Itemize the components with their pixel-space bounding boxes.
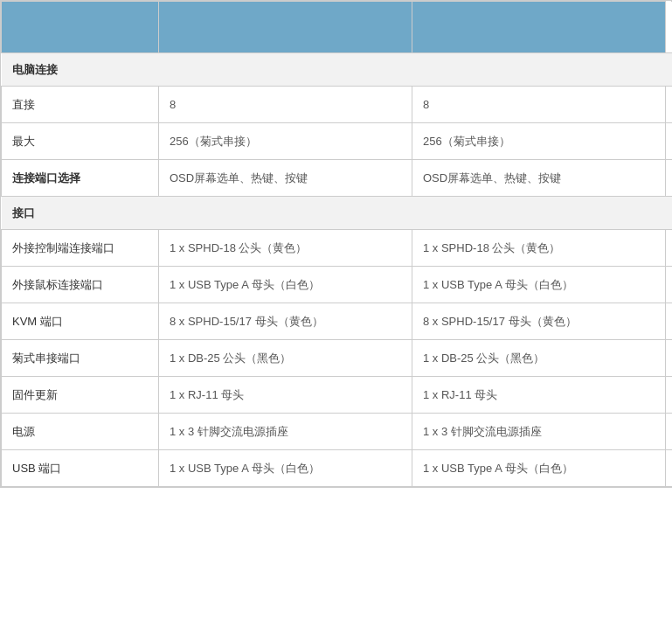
table-row: USB 端口1 x USB Type A 母头（白色）1 x USB Type …	[2, 450, 673, 487]
row-value-model1: OSD屏幕选单、热键、按键	[159, 160, 412, 197]
row-function: 直接	[2, 87, 159, 123]
table-row: 电源1 x 3 针脚交流电源插座1 x 3 针脚交流电源插座	[2, 414, 673, 450]
table-row: 连接端口选择OSD屏幕选单、热键、按键OSD屏幕选单、热键、按键	[2, 160, 673, 197]
row-empty	[666, 377, 673, 414]
row-value-model1: 8 x SPHD-15/17 母头（黄色）	[159, 303, 412, 340]
row-function: USB 端口	[2, 450, 159, 487]
row-empty	[666, 303, 673, 340]
row-empty	[666, 267, 673, 303]
table-row: 菊式串接端口1 x DB-25 公头（黑色）1 x DB-25 公头（黑色）	[2, 340, 673, 377]
row-function: 外接控制端连接端口	[2, 230, 159, 267]
row-empty	[666, 340, 673, 377]
section-header-label: 电脑连接	[2, 53, 673, 87]
row-value-model2: 1 x SPHD-18 公头（黄色）	[412, 230, 666, 267]
row-empty	[666, 230, 673, 267]
row-value-model1: 1 x 3 针脚交流电源插座	[159, 414, 412, 450]
table-row: 最大256（菊式串接）256（菊式串接）	[2, 123, 673, 160]
header-model1	[159, 2, 412, 53]
table-row: 外接鼠标连接端口1 x USB Type A 母头（白色）1 x USB Typ…	[2, 267, 673, 303]
comparison-table: 电脑连接直接88最大256（菊式串接）256（菊式串接）连接端口选择OSD屏幕选…	[0, 0, 672, 488]
row-value-model2: 1 x USB Type A 母头（白色）	[412, 450, 666, 487]
row-value-model1: 1 x DB-25 公头（黑色）	[159, 340, 412, 377]
row-empty	[666, 160, 673, 197]
row-value-model2: 1 x 3 针脚交流电源插座	[412, 414, 666, 450]
table-row: 直接88	[2, 87, 673, 123]
row-function: 最大	[2, 123, 159, 160]
row-value-model2: 256（菊式串接）	[412, 123, 666, 160]
table-row: KVM 端口8 x SPHD-15/17 母头（黄色）8 x SPHD-15/1…	[2, 303, 673, 340]
row-value-model1: 1 x SPHD-18 公头（黄色）	[159, 230, 412, 267]
row-value-model2: 8 x SPHD-15/17 母头（黄色）	[412, 303, 666, 340]
row-value-model1: 8	[159, 87, 412, 123]
row-function: 固件更新	[2, 377, 159, 414]
row-value-model2: 8	[412, 87, 666, 123]
table-row: 外接控制端连接端口1 x SPHD-18 公头（黄色）1 x SPHD-18 公…	[2, 230, 673, 267]
row-value-model2: OSD屏幕选单、热键、按键	[412, 160, 666, 197]
section-header-row: 接口	[2, 197, 673, 230]
row-empty	[666, 87, 673, 123]
row-value-model1: 256（菊式串接）	[159, 123, 412, 160]
row-function: 连接端口选择	[2, 160, 159, 197]
row-value-model1: 1 x USB Type A 母头（白色）	[159, 267, 412, 303]
row-value-model2: 1 x RJ-11 母头	[412, 377, 666, 414]
row-empty	[666, 414, 673, 450]
section-header-label: 接口	[2, 197, 673, 230]
row-function: KVM 端口	[2, 303, 159, 340]
header-function	[2, 2, 159, 53]
row-value-model1: 1 x USB Type A 母头（白色）	[159, 450, 412, 487]
row-value-model1: 1 x RJ-11 母头	[159, 377, 412, 414]
row-empty	[666, 123, 673, 160]
header-empty	[666, 2, 673, 53]
section-header-row: 电脑连接	[2, 53, 673, 87]
row-function: 菊式串接端口	[2, 340, 159, 377]
row-value-model2: 1 x USB Type A 母头（白色）	[412, 267, 666, 303]
header-model2	[412, 2, 666, 53]
row-function: 电源	[2, 414, 159, 450]
row-value-model2: 1 x DB-25 公头（黑色）	[412, 340, 666, 377]
row-function: 外接鼠标连接端口	[2, 267, 159, 303]
row-empty	[666, 450, 673, 487]
table-row: 固件更新1 x RJ-11 母头1 x RJ-11 母头	[2, 377, 673, 414]
